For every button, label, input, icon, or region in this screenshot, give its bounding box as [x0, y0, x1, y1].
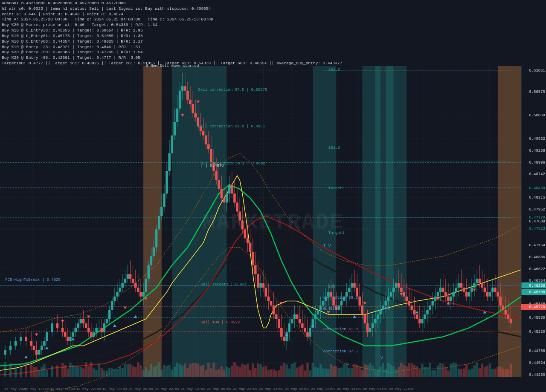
time-axis [0, 378, 521, 384]
chart-container: ADAUSDT 0.46210000 0.46260000 0.45770000… [0, 0, 546, 392]
price-chart[interactable] [0, 0, 546, 392]
